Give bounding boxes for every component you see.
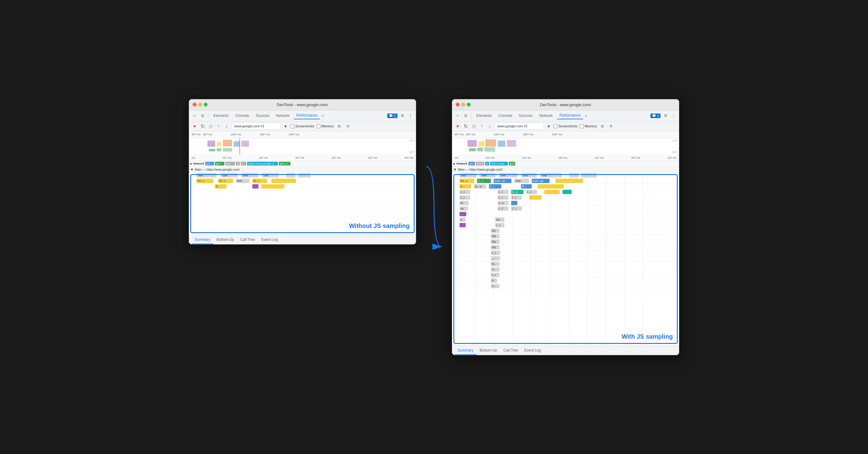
left-minimize-button[interactable] bbox=[198, 103, 202, 107]
r-task5[interactable]: Task bbox=[540, 173, 562, 177]
r-p5[interactable]: (...) bbox=[498, 195, 508, 200]
right-tab-network[interactable]: Network bbox=[537, 112, 555, 119]
right-upload-icon[interactable]: ↑ bbox=[478, 123, 485, 129]
left-tab-summary[interactable]: Summary bbox=[191, 236, 213, 244]
r-task4[interactable]: Task bbox=[521, 173, 537, 177]
r-p-row[interactable]: p bbox=[460, 218, 466, 222]
right-tab-summary[interactable]: Summary bbox=[455, 346, 476, 355]
task-block-4[interactable]: Task bbox=[262, 173, 279, 177]
evt2-block[interactable]: Ev...t bbox=[252, 179, 267, 183]
task-block-6[interactable] bbox=[298, 173, 310, 177]
right-capture-icon[interactable]: ⊞ bbox=[599, 123, 606, 129]
r-pa7[interactable]: (...) bbox=[498, 206, 508, 211]
capture-icon-left[interactable]: ⊞ bbox=[336, 123, 342, 129]
r-p4[interactable]: (...) bbox=[460, 195, 470, 200]
right-tab-sources[interactable]: Sources bbox=[516, 112, 535, 119]
left-flame-chart[interactable]: Task Task Task Task Pa...L Ev...t Task bbox=[189, 173, 416, 234]
right-settings-icon[interactable]: ⚙ bbox=[662, 113, 669, 119]
r-yellow-long[interactable] bbox=[555, 179, 583, 183]
r-kla[interactable]: Kla bbox=[491, 245, 499, 250]
right-url-input[interactable]: www.google.com #1 bbox=[495, 123, 544, 130]
r-y3[interactable] bbox=[544, 190, 560, 194]
more-tabs-icon[interactable]: » bbox=[322, 113, 324, 118]
right-cancel-icon[interactable]: ⊘ bbox=[471, 123, 477, 129]
e-block[interactable]: E... bbox=[215, 184, 226, 189]
reload-icon-left[interactable]: ↻ bbox=[199, 123, 206, 129]
r-underscore[interactable]: _... bbox=[491, 256, 500, 260]
r-ze[interactable]: z...e bbox=[498, 201, 508, 205]
right-memory-cb[interactable]: Memory bbox=[580, 124, 597, 128]
yellow-bar[interactable] bbox=[271, 179, 296, 183]
left-tab-event-log[interactable]: Event Log bbox=[258, 236, 281, 244]
r-zla[interactable]: zla bbox=[495, 218, 504, 222]
tab-sources[interactable]: Sources bbox=[253, 112, 272, 119]
r-task1[interactable]: Task bbox=[460, 173, 476, 177]
right-tab-event-log[interactable]: Event Log bbox=[521, 346, 544, 355]
r-as[interactable]: (a...s) bbox=[474, 184, 486, 189]
layers-icon[interactable]: ⧉ bbox=[199, 113, 206, 119]
r-r[interactable]: R... bbox=[521, 184, 532, 189]
task-block-2[interactable]: Task bbox=[221, 173, 238, 177]
tab-elements[interactable]: Elements bbox=[211, 112, 231, 119]
yellow-bar2[interactable] bbox=[261, 184, 284, 189]
purple-bar[interactable] bbox=[252, 184, 258, 189]
right-screenshots-cb[interactable]: Screenshots bbox=[554, 124, 577, 128]
right-download-icon[interactable]: ↓ bbox=[487, 123, 493, 129]
r-hla[interactable]: Hla bbox=[491, 234, 499, 238]
r-pal[interactable]: Pa...L bbox=[460, 179, 474, 183]
r-x[interactable]: X... bbox=[491, 267, 499, 272]
right-minimize-button[interactable] bbox=[461, 103, 465, 107]
r-task3[interactable]: Task bbox=[499, 173, 518, 177]
right-memory-check[interactable] bbox=[580, 124, 584, 128]
right-menu-icon[interactable]: ⋮ bbox=[670, 113, 677, 119]
menu-icon[interactable]: ⋮ bbox=[407, 113, 413, 119]
right-triangle-right[interactable]: ▶ bbox=[453, 162, 456, 165]
triangle-right-icon[interactable]: ▶ bbox=[190, 162, 192, 165]
r-e[interactable]: E... bbox=[460, 184, 471, 189]
pal-block[interactable]: Pa...L bbox=[196, 179, 213, 183]
task-block-5[interactable] bbox=[286, 173, 296, 177]
r-be[interactable]: b...e bbox=[511, 190, 523, 194]
right-screenshots-check[interactable] bbox=[554, 124, 558, 128]
right-close-button[interactable] bbox=[456, 103, 460, 107]
screenshots-check-left[interactable] bbox=[290, 124, 294, 128]
right-tab-bottom-up[interactable]: Bottom-Up bbox=[476, 346, 500, 355]
r-task6[interactable] bbox=[569, 173, 579, 177]
r-w[interactable]: W bbox=[460, 201, 469, 205]
r-pa7b[interactable]: (...) bbox=[511, 206, 522, 211]
r-p1[interactable]: (...) bbox=[460, 190, 470, 194]
r-p3[interactable]: (...) bbox=[526, 190, 537, 194]
r-fl[interactable]: F...l bbox=[489, 184, 501, 189]
r-bla[interactable]: Bla bbox=[491, 239, 499, 244]
right-tab-console[interactable]: Console bbox=[496, 112, 515, 119]
perf-settings-icon-left[interactable]: ⚙ bbox=[345, 123, 351, 129]
tab-network[interactable]: Network bbox=[274, 112, 292, 119]
r-ct[interactable]: C...t bbox=[477, 179, 491, 183]
record-icon-left[interactable]: ● bbox=[191, 123, 198, 129]
left-tab-call-tree[interactable]: Call Tree bbox=[237, 236, 258, 244]
r-vla[interactable]: vla bbox=[491, 229, 499, 233]
memory-check-left[interactable] bbox=[317, 124, 320, 128]
r-d[interactable]: d bbox=[491, 278, 497, 283]
task-block-1[interactable]: Task bbox=[196, 173, 216, 177]
left-maximize-button[interactable] bbox=[204, 103, 208, 107]
right-layers-icon[interactable]: ⧉ bbox=[463, 113, 469, 119]
issue-badge[interactable]: 💬 1 bbox=[387, 113, 397, 118]
screenshots-checkbox-left[interactable]: Screenshots bbox=[290, 124, 314, 128]
r-dots15[interactable]: (...) bbox=[491, 251, 500, 255]
left-tab-bottom-up[interactable]: Bottom-Up bbox=[213, 236, 237, 244]
right-record-icon[interactable]: ● bbox=[455, 123, 461, 129]
right-more-tabs[interactable]: » bbox=[585, 113, 587, 118]
download-icon-left[interactable]: ↓ bbox=[223, 123, 229, 129]
task-block-3[interactable]: Task bbox=[241, 173, 258, 177]
upload-icon-left[interactable]: ↑ bbox=[215, 123, 222, 129]
r-eval1[interactable]: Eval...ipt bbox=[494, 179, 512, 183]
r-eval2[interactable]: Eval...ipt bbox=[532, 179, 550, 183]
r-a[interactable]: A... bbox=[491, 284, 499, 288]
r-dots-zla[interactable]: (...) bbox=[495, 223, 504, 227]
right-dropdown-icon[interactable]: ▾ bbox=[546, 123, 552, 129]
right-tab-call-tree[interactable]: Call Tree bbox=[500, 346, 521, 355]
right-flame-chart[interactable]: Task Task Task Task Task Pa...L C...t bbox=[452, 173, 679, 345]
r-p2[interactable]: (...) bbox=[498, 190, 508, 194]
r-y4[interactable] bbox=[529, 195, 541, 200]
